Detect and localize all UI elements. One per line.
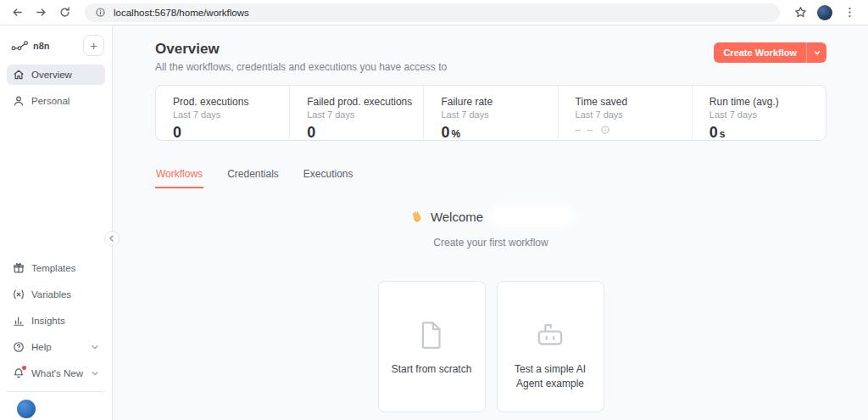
card-start-from-scratch[interactable]: Start from scratch	[378, 281, 486, 412]
stat-time-saved: Time saved Last 7 days – –	[559, 86, 693, 140]
stat-period: Last 7 days	[173, 109, 289, 120]
sidebar-item-label: Insights	[31, 316, 65, 326]
sidebar-profile[interactable]	[7, 391, 105, 420]
welcome-title-row: Welcome	[410, 210, 571, 224]
create-workflow-button[interactable]: Create Workflow	[714, 42, 826, 63]
tab-workflows[interactable]: Workflows	[155, 168, 203, 188]
sidebar-item-label: Variables	[31, 289, 71, 300]
back-arrow-icon	[11, 6, 24, 19]
app-layout: n8n + Overview Personal Templates	[0, 25, 868, 420]
stat-period: Last 7 days	[576, 109, 692, 120]
browser-chrome: localhost:5678/home/workflows	[0, 0, 868, 25]
stat-period: Last 7 days	[441, 109, 557, 120]
person-icon	[13, 95, 25, 107]
bar-chart-icon	[13, 315, 25, 327]
stat-title: Run time (avg.)	[709, 96, 826, 108]
tab-credentials[interactable]: Credentials	[226, 168, 280, 188]
page-title: Overview	[155, 41, 447, 58]
stats-panel: Prod. executions Last 7 days 0 Failed pr…	[155, 85, 826, 141]
stat-title: Prod. executions	[173, 96, 289, 108]
starter-cards: Start from scratch Test a simple AI Agen…	[155, 281, 826, 412]
page-subtitle: All the workflows, credentials and execu…	[155, 61, 447, 73]
reload-button[interactable]	[54, 3, 75, 23]
stat-failed-executions: Failed prod. executions Last 7 days 0	[290, 86, 424, 140]
user-avatar[interactable]	[17, 400, 36, 418]
logo-text: n8n	[33, 41, 50, 51]
page-header: Overview All the workflows, credentials …	[155, 41, 826, 73]
site-info-icon[interactable]	[95, 7, 106, 18]
variables-icon	[13, 288, 25, 300]
bookmark-star-button[interactable]	[790, 3, 810, 23]
sidebar-item-label: Templates	[31, 263, 75, 273]
create-workflow-dropdown[interactable]	[806, 42, 826, 63]
sidebar-collapse-button[interactable]	[104, 231, 120, 246]
browser-menu-button[interactable]	[839, 3, 860, 23]
back-button[interactable]	[7, 3, 27, 23]
chevron-down-icon	[91, 343, 99, 351]
welcome-subtitle: Create your first workflow	[155, 237, 826, 249]
stat-title: Failed prod. executions	[307, 96, 423, 108]
sidebar-item-label: Overview	[31, 70, 72, 80]
welcome-section: Welcome Create your first workflow	[155, 210, 826, 249]
chevron-down-icon	[813, 48, 821, 57]
star-icon	[794, 6, 807, 19]
create-workflow-label[interactable]: Create Workflow	[714, 42, 806, 63]
n8n-logo-icon	[11, 40, 29, 52]
sidebar-item-label: Personal	[31, 96, 70, 106]
stat-value: 0s	[709, 124, 826, 142]
stat-unit: %	[451, 128, 460, 140]
sidebar-item-templates[interactable]: Templates	[7, 258, 105, 278]
help-circle-icon	[13, 341, 25, 353]
forward-button[interactable]	[31, 3, 51, 23]
home-icon	[13, 69, 25, 81]
gift-box-icon	[13, 262, 25, 274]
forward-arrow-icon	[35, 6, 47, 19]
welcome-title: Welcome	[431, 210, 483, 224]
stat-value: 0	[173, 124, 289, 142]
page-header-text: Overview All the workflows, credentials …	[155, 41, 447, 73]
notification-badge	[22, 366, 26, 370]
stat-prod-executions: Prod. executions Last 7 days 0	[156, 86, 290, 140]
bell-icon	[13, 367, 25, 379]
stat-title: Failure rate	[441, 96, 557, 108]
stat-failure-rate: Failure rate Last 7 days 0%	[424, 86, 558, 140]
sidebar-bottom-nav: Templates Variables Insights Help	[0, 258, 112, 420]
sidebar-nav: Overview Personal	[0, 64, 112, 117]
sidebar-item-personal[interactable]: Personal	[7, 91, 105, 111]
card-label: Start from scratch	[383, 362, 481, 377]
stat-period: Last 7 days	[307, 109, 423, 120]
sidebar-item-help[interactable]: Help	[7, 337, 105, 357]
add-workflow-button[interactable]: +	[83, 35, 104, 56]
chevron-down-icon	[91, 369, 99, 378]
sidebar: n8n + Overview Personal Templates	[0, 25, 113, 420]
kebab-menu-icon	[843, 6, 856, 19]
document-icon	[415, 314, 448, 356]
wave-emoji	[410, 210, 424, 224]
url-text: localhost:5678/home/workflows	[114, 8, 249, 18]
robot-icon	[532, 314, 568, 356]
card-ai-agent-example[interactable]: Test a simple AI Agent example	[497, 281, 604, 412]
sidebar-item-insights[interactable]: Insights	[7, 311, 105, 331]
sidebar-item-overview[interactable]: Overview	[7, 64, 105, 85]
sidebar-item-whats-new[interactable]: What's New	[7, 363, 105, 384]
stat-title: Time saved	[576, 96, 692, 108]
app-window: localhost:5678/home/workflows n	[0, 0, 868, 420]
main-content: Overview All the workflows, credentials …	[113, 25, 868, 420]
stat-value: 0%	[441, 124, 557, 142]
sidebar-header: n8n +	[0, 25, 112, 56]
address-bar[interactable]: localhost:5678/home/workflows	[85, 3, 780, 22]
card-label: Test a simple AI Agent example	[498, 362, 604, 392]
stat-value: 0	[307, 124, 423, 142]
sidebar-item-variables[interactable]: Variables	[7, 284, 105, 305]
reload-icon	[58, 6, 71, 19]
stat-value: – –	[576, 124, 692, 136]
browser-profile-avatar[interactable]	[817, 5, 832, 20]
stat-unit: s	[720, 128, 726, 140]
chevron-left-icon	[108, 235, 115, 242]
stat-period: Last 7 days	[709, 109, 826, 120]
sidebar-item-label: Help	[31, 342, 52, 352]
info-icon[interactable]	[600, 125, 610, 135]
tab-executions[interactable]: Executions	[303, 168, 354, 188]
content-tabs: Workflows Credentials Executions	[155, 168, 826, 188]
stat-run-time: Run time (avg.) Last 7 days 0s	[693, 86, 826, 140]
